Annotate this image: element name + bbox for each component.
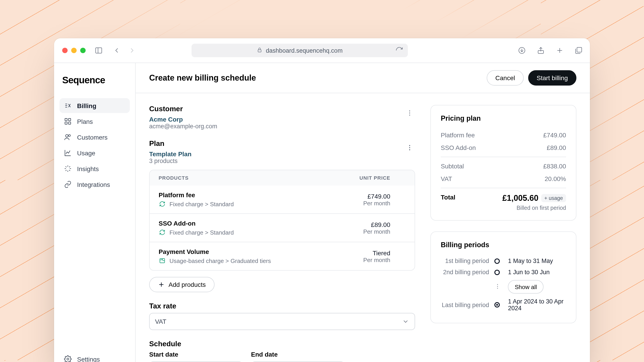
- sidebar-item-plans[interactable]: Plans: [60, 114, 130, 129]
- unit-price: Tiered: [341, 249, 390, 256]
- svg-point-14: [68, 135, 70, 137]
- plan-count: 3 products: [149, 158, 415, 164]
- svg-rect-9: [65, 118, 67, 121]
- add-products-button[interactable]: Add products: [149, 277, 214, 292]
- svg-point-50: [497, 284, 498, 285]
- sidebar-item-insights[interactable]: Insights: [60, 161, 130, 176]
- customer-section: Customer Acme Corp acme@example-org.com: [149, 105, 415, 130]
- svg-rect-11: [65, 122, 67, 124]
- section-title: Customer: [149, 105, 415, 113]
- product-row: SSO Add-onFixed charge > Standard£89.00P…: [150, 213, 414, 242]
- page-header: Create new billing schedule Cancel Start…: [136, 63, 590, 93]
- browser-toolbar: dashboard.sequencehq.com: [54, 38, 590, 63]
- products-table: PRODUCTS UNIT PRICE Platform feeFixed ch…: [149, 170, 415, 271]
- pricing-plan-card: Pricing plan Platform fee£749.00SSO Add-…: [430, 105, 576, 221]
- svg-point-24: [409, 110, 410, 111]
- svg-point-52: [497, 288, 498, 288]
- gear-icon: [64, 355, 72, 362]
- sidebar-item-label: Customers: [77, 133, 108, 141]
- reload-icon[interactable]: [394, 45, 404, 55]
- billing-periods-card: Billing periods 1st billing period1 May …: [430, 231, 576, 323]
- col-unit-price: UNIT PRICE: [341, 175, 390, 181]
- sidebar-item-label: Usage: [77, 149, 95, 156]
- sidebar-item-usage[interactable]: Usage: [60, 145, 130, 160]
- product-row: Payment VolumeUsage-based charge > Gradu…: [150, 242, 414, 270]
- unit: Per month: [341, 200, 390, 206]
- sidebar-item-billing[interactable]: Billing: [60, 98, 130, 113]
- maximize-window-icon[interactable]: [80, 48, 86, 53]
- new-tab-icon[interactable]: [555, 45, 565, 55]
- ellipsis-icon: [494, 283, 503, 291]
- primary-nav: BillingPlansCustomersUsageInsightsIntegr…: [60, 98, 130, 192]
- sidebar-item-customers[interactable]: Customers: [60, 130, 130, 145]
- sidebar-item-label: Insights: [77, 165, 99, 172]
- lock-icon: [257, 47, 262, 54]
- unit: Per month: [341, 256, 390, 263]
- show-all-row: Show all: [441, 278, 566, 296]
- product-name: SSO Add-on: [159, 220, 341, 227]
- pricing-line: Platform fee£749.00: [441, 129, 566, 141]
- plan-name[interactable]: Template Plan: [149, 150, 415, 158]
- sidebar-toggle-icon[interactable]: [94, 45, 104, 55]
- charge-type-icon: [159, 257, 166, 264]
- start-billing-button[interactable]: Start billing: [528, 70, 576, 85]
- svg-line-17: [66, 166, 66, 167]
- svg-line-21: [66, 170, 66, 171]
- svg-point-25: [409, 113, 410, 113]
- pricing-line: SSO Add-on£89.00: [441, 141, 566, 154]
- traffic-lights[interactable]: [62, 48, 86, 53]
- plan-section: Plan Template Plan 3 products PRODUCTS U…: [149, 140, 415, 292]
- customer-menu-button[interactable]: [404, 108, 415, 118]
- svg-line-22: [69, 166, 70, 167]
- sidebar-item-settings[interactable]: Settings: [60, 352, 130, 362]
- sidebar-item-label: Integrations: [77, 181, 110, 188]
- section-title: Tax rate: [149, 302, 415, 310]
- chevron-down-icon: [402, 318, 409, 325]
- svg-line-18: [69, 170, 70, 171]
- svg-rect-10: [68, 118, 71, 121]
- product-row: Platform feeFixed charge > Standard£749.…: [150, 186, 414, 213]
- browser-window: dashboard.sequencehq.com Sequence Billin…: [54, 38, 590, 362]
- downloads-icon[interactable]: [517, 45, 527, 55]
- svg-rect-8: [577, 47, 582, 52]
- period-marker-icon: [494, 302, 500, 308]
- unit: Per month: [341, 228, 390, 235]
- unit-price: £89.00: [341, 221, 390, 228]
- svg-rect-2: [258, 49, 261, 52]
- charge-type: Fixed charge > Standard: [170, 229, 234, 236]
- share-icon[interactable]: [536, 45, 546, 55]
- billing-period-row: Last billing period1 Apr 2024 to 30 Apr …: [441, 296, 566, 314]
- forward-icon[interactable]: [127, 45, 137, 55]
- main-panel: Create new billing schedule Cancel Start…: [136, 63, 590, 362]
- cancel-button[interactable]: Cancel: [487, 70, 524, 85]
- logo: Sequence: [60, 75, 130, 98]
- minimize-window-icon[interactable]: [71, 48, 76, 53]
- tax-rate-select[interactable]: VAT: [149, 313, 415, 330]
- close-window-icon[interactable]: [62, 48, 68, 53]
- unit-price: £749.00: [341, 192, 390, 200]
- show-all-button[interactable]: Show all: [508, 280, 544, 294]
- product-name: Payment Volume: [159, 248, 341, 255]
- billed-note: Billed on first period: [502, 205, 566, 211]
- address-bar[interactable]: dashboard.sequencehq.com: [192, 44, 408, 57]
- section-title: Plan: [149, 140, 415, 148]
- charge-type-icon: [159, 200, 166, 208]
- tabs-icon[interactable]: [574, 45, 584, 55]
- svg-point-23: [67, 358, 69, 360]
- section-title: Schedule: [149, 340, 415, 348]
- col-products: PRODUCTS: [159, 175, 341, 181]
- svg-rect-0: [96, 48, 102, 53]
- plus-icon: [158, 281, 165, 288]
- svg-point-51: [497, 286, 498, 287]
- tax-section: Tax rate VAT: [149, 302, 415, 330]
- back-icon[interactable]: [112, 45, 122, 55]
- sidebar-item-integrations[interactable]: Integrations: [60, 177, 130, 192]
- svg-point-26: [409, 115, 410, 115]
- customer-name[interactable]: Acme Corp: [149, 116, 415, 123]
- usage-badge: + usage: [541, 194, 566, 202]
- billing-period-row: 2nd billing period1 Jun to 30 Jun: [441, 267, 566, 278]
- charge-type: Fixed charge > Standard: [170, 201, 234, 207]
- customer-email: acme@example-org.com: [149, 123, 415, 130]
- end-date-label: End date: [251, 351, 345, 358]
- sidebar-item-label: Billing: [77, 102, 96, 109]
